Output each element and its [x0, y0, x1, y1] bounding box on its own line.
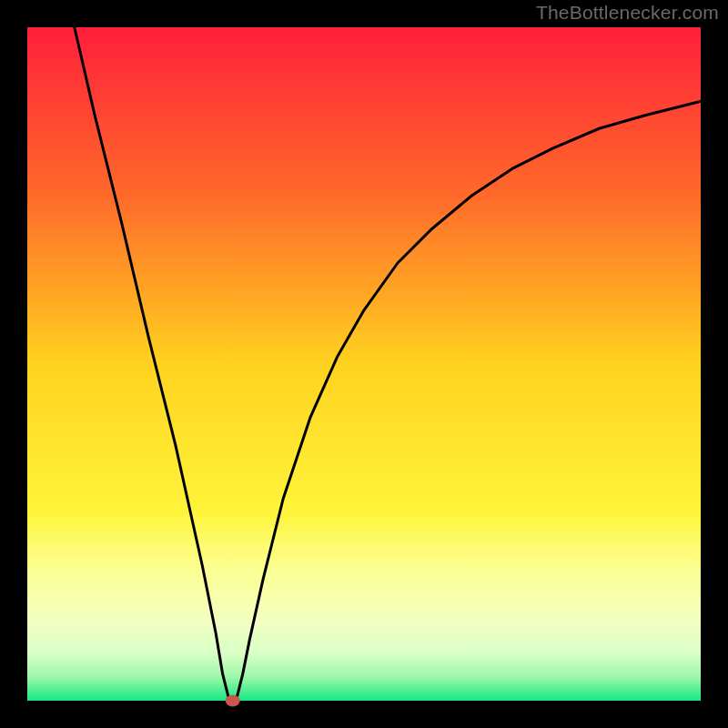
bottleneck-chart	[0, 0, 728, 728]
watermark-text: TheBottlenecker.com	[536, 2, 719, 24]
optimum-marker	[226, 695, 240, 707]
chart-frame: TheBottlenecker.com	[0, 0, 728, 728]
